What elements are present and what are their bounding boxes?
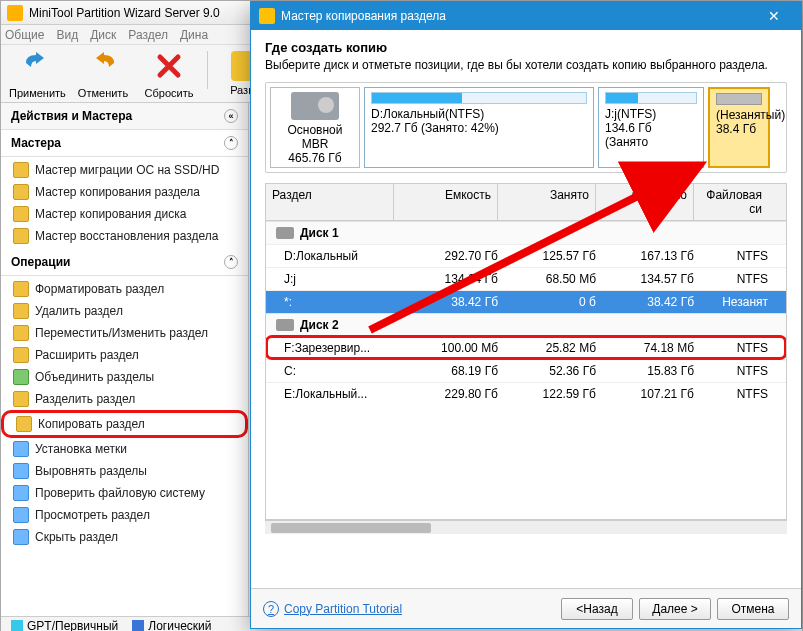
back-button[interactable]: <Назад [561,598,633,620]
cancel-button[interactable]: Отмена [717,598,789,620]
operation-icon [13,325,29,341]
partition-row[interactable]: J:j134.64 Гб68.50 Мб134.57 ГбNTFS [266,267,786,290]
operation-icon [13,391,29,407]
menu-item[interactable]: Диск [90,28,116,42]
dialog-heading: Где создать копию [265,40,787,55]
overview-partition[interactable]: D:Локальный(NTFS)292.7 Гб (Занято: 42%) [364,87,594,168]
operation-icon [13,441,29,457]
help-icon: ? [263,601,279,617]
operation-item[interactable]: Выровнять разделы [1,460,248,482]
dialog-subtext: Выберите диск и отметьте позиции, где вы… [265,58,787,72]
dialog-logo-icon [259,8,275,24]
operations-header[interactable]: Операции ˄ [1,249,248,276]
undo-button[interactable]: Отменить [75,51,131,100]
wizard-item[interactable]: Мастер копирования диска [1,203,248,225]
partition-row[interactable]: E:Локальный...229.80 Гб122.59 Гб107.21 Г… [266,382,786,405]
disk-icon [276,227,294,239]
dialog-titlebar: Мастер копирования раздела ✕ [251,2,801,30]
chevron-up-icon: ˄ [224,136,238,150]
undo-icon [88,51,118,81]
wizards-header[interactable]: Мастера ˄ [1,130,248,157]
partition-grid[interactable]: Диск 1D:Локальный292.70 Гб125.57 Гб167.1… [265,220,787,520]
operation-item[interactable]: Удалить раздел [1,300,248,322]
hdd-icon [291,92,339,120]
sidebar-main-header[interactable]: Действия и Мастера « [1,103,248,130]
overview-partition[interactable]: J:j(NTFS)134.6 Гб (Занято [598,87,704,168]
apply-button[interactable]: Применить [9,51,65,100]
wizard-item[interactable]: Мастер копирования раздела [1,181,248,203]
menu-item[interactable]: Вид [56,28,78,42]
menu-item[interactable]: Общие [5,28,44,42]
app-logo-icon [7,5,23,21]
chevron-up-icon: ˄ [224,255,238,269]
wizard-item[interactable]: Мастер миграции ОС на SSD/HD [1,159,248,181]
operation-item[interactable]: Установка метки [1,438,248,460]
operation-item[interactable]: Просмотреть раздел [1,504,248,526]
operation-item[interactable]: Проверить файловую систему [1,482,248,504]
operation-item[interactable]: Копировать раздел [1,410,248,438]
discard-icon [154,51,184,81]
discard-button[interactable]: Сбросить [141,51,197,100]
operation-item[interactable]: Переместить/Изменить раздел [1,322,248,344]
tutorial-link[interactable]: ? Copy Partition Tutorial [263,601,402,617]
operation-item[interactable]: Расширить раздел [1,344,248,366]
overview-partition[interactable]: (Незанятый)38.4 Гб [708,87,770,168]
operation-icon [13,281,29,297]
partition-row[interactable]: *:38.42 Гб0 б38.42 ГбНезанят [266,290,786,313]
disk-header-row: Диск 2 [266,313,786,336]
window-title: MiniTool Partition Wizard Server 9.0 [29,6,220,20]
grid-header: Раздел Емкость Занято Свободно Файловая … [265,183,787,220]
dialog-title: Мастер копирования раздела [281,9,446,23]
operation-icon [16,416,32,432]
menu-item[interactable]: Дина [180,28,208,42]
next-button[interactable]: Далее > [639,598,711,620]
disk-overview: Основной MBR 465.76 Гб D:Локальный(NTFS)… [265,82,787,173]
disk-overview-source[interactable]: Основной MBR 465.76 Гб [270,87,360,168]
copy-partition-dialog: Мастер копирования раздела ✕ Где создать… [250,1,802,629]
dialog-close-button[interactable]: ✕ [755,8,793,24]
operation-item[interactable]: Объединить разделы [1,366,248,388]
sidebar: Действия и Мастера « Мастера ˄ Мастер ми… [1,103,249,616]
operation-item[interactable]: Скрыть раздел [1,526,248,548]
wizard-icon [13,162,29,178]
wizard-item[interactable]: Мастер восстановления раздела [1,225,248,247]
operation-icon [13,303,29,319]
apply-icon [22,51,52,81]
operation-item[interactable]: Форматировать раздел [1,278,248,300]
dialog-footer: ? Copy Partition Tutorial <Назад Далее >… [251,588,801,628]
menu-item[interactable]: Раздел [128,28,168,42]
partition-row[interactable]: F:Зарезервир...100.00 Мб25.82 Мб74.18 Мб… [266,336,786,359]
wizard-icon [13,206,29,222]
wizard-icon [13,228,29,244]
operation-icon [13,485,29,501]
operation-icon [13,507,29,523]
operation-item[interactable]: Разделить раздел [1,388,248,410]
operation-icon [13,463,29,479]
logical-swatch-icon [132,620,144,631]
operation-icon [13,529,29,545]
wizard-icon [13,184,29,200]
partition-row[interactable]: D:Локальный292.70 Гб125.57 Гб167.13 ГбNT… [266,244,786,267]
operation-icon [13,369,29,385]
partition-row[interactable]: C:68.19 Гб52.36 Гб15.83 ГбNTFS [266,359,786,382]
collapse-icon: « [224,109,238,123]
disk-icon [276,319,294,331]
gpt-swatch-icon [11,620,23,631]
operation-icon [13,347,29,363]
horizontal-scrollbar[interactable] [265,520,787,534]
disk-header-row: Диск 1 [266,221,786,244]
